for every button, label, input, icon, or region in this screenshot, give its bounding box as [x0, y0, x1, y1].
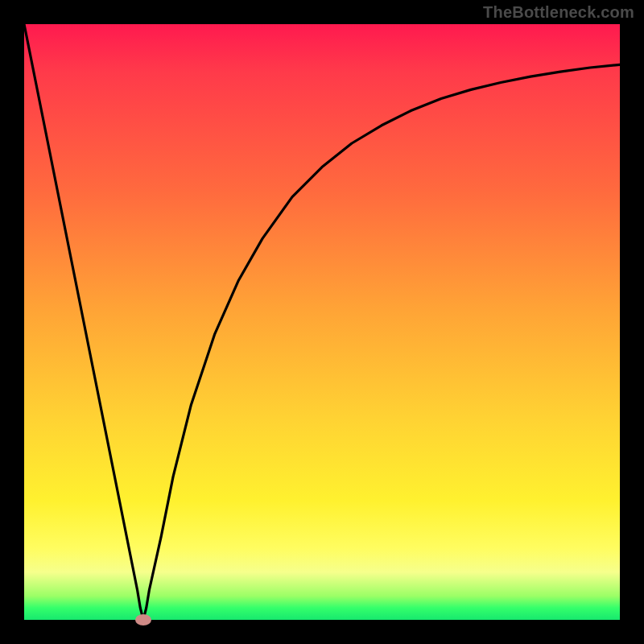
- optimal-point-marker: [135, 614, 151, 625]
- plot-area: [24, 24, 620, 620]
- site-watermark: TheBottleneck.com: [483, 3, 634, 22]
- chart-frame: TheBottleneck.com: [0, 0, 644, 644]
- bottleneck-curve: [24, 24, 620, 620]
